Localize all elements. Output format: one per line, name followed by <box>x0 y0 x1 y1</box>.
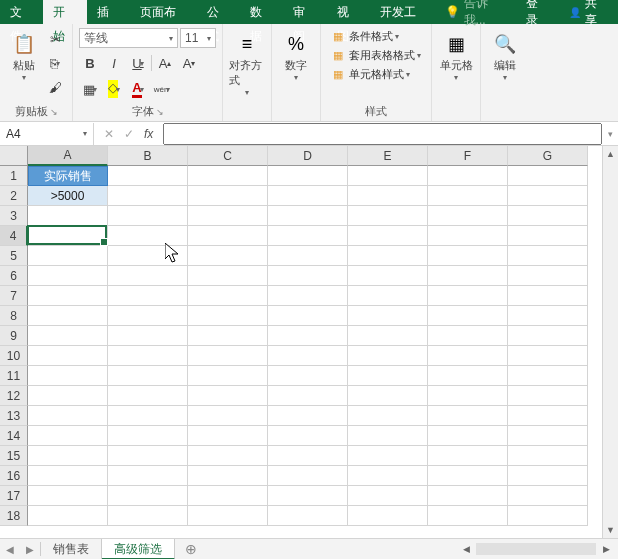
scroll-left-button[interactable]: ◀ <box>458 544 474 554</box>
grow-font-button[interactable]: A▴ <box>154 52 176 74</box>
cell-G4[interactable] <box>508 226 588 246</box>
cancel-formula-button[interactable]: ✕ <box>104 127 114 141</box>
phonetic-button[interactable]: wén▾ <box>151 78 173 100</box>
cell-E12[interactable] <box>348 386 428 406</box>
cut-button[interactable]: ✂ <box>44 28 66 50</box>
cell-A8[interactable] <box>28 306 108 326</box>
cell-A7[interactable] <box>28 286 108 306</box>
cell-C5[interactable] <box>188 246 268 266</box>
cell-E16[interactable] <box>348 466 428 486</box>
cell-D14[interactable] <box>268 426 348 446</box>
cell-F10[interactable] <box>428 346 508 366</box>
font-size-combo[interactable]: 11▾ <box>180 28 216 48</box>
tab-developer[interactable]: 开发工具 <box>370 0 437 24</box>
cell-C15[interactable] <box>188 446 268 466</box>
cell-F13[interactable] <box>428 406 508 426</box>
scroll-track[interactable] <box>603 162 618 522</box>
cell-E7[interactable] <box>348 286 428 306</box>
number-button[interactable]: % 数字 ▾ <box>278 28 314 82</box>
cell-F4[interactable] <box>428 226 508 246</box>
tab-formulas[interactable]: 公式 <box>197 0 240 24</box>
cell-G16[interactable] <box>508 466 588 486</box>
cell-A9[interactable] <box>28 326 108 346</box>
cell-D18[interactable] <box>268 506 348 526</box>
cell-G3[interactable] <box>508 206 588 226</box>
editing-button[interactable]: 🔍 编辑 ▾ <box>487 28 523 82</box>
cell-C9[interactable] <box>188 326 268 346</box>
scroll-right-button[interactable]: ▶ <box>598 544 614 554</box>
col-header-C[interactable]: C <box>188 146 268 166</box>
tab-insert[interactable]: 插入 <box>87 0 130 24</box>
cell-E18[interactable] <box>348 506 428 526</box>
cell-B8[interactable] <box>108 306 188 326</box>
cell-G6[interactable] <box>508 266 588 286</box>
tab-home[interactable]: 开始 <box>43 0 86 24</box>
name-box[interactable]: A4▾ <box>0 123 94 145</box>
cell-D9[interactable] <box>268 326 348 346</box>
cell-D6[interactable] <box>268 266 348 286</box>
cell-A18[interactable] <box>28 506 108 526</box>
font-color-button[interactable]: A▾ <box>127 78 149 100</box>
cell-G10[interactable] <box>508 346 588 366</box>
cell-styles-button[interactable]: ▦单元格样式 ▾ <box>327 66 425 83</box>
cell-F3[interactable] <box>428 206 508 226</box>
cell-E15[interactable] <box>348 446 428 466</box>
cell-F1[interactable] <box>428 166 508 186</box>
row-header-2[interactable]: 2 <box>0 186 28 206</box>
row-header-10[interactable]: 10 <box>0 346 28 366</box>
cell-G9[interactable] <box>508 326 588 346</box>
cell-A6[interactable] <box>28 266 108 286</box>
cell-A17[interactable] <box>28 486 108 506</box>
cell-G1[interactable] <box>508 166 588 186</box>
cell-B12[interactable] <box>108 386 188 406</box>
cell-E17[interactable] <box>348 486 428 506</box>
cell-E10[interactable] <box>348 346 428 366</box>
cell-D16[interactable] <box>268 466 348 486</box>
cell-E5[interactable] <box>348 246 428 266</box>
formula-bar[interactable] <box>163 123 602 145</box>
scroll-down-button[interactable]: ▼ <box>603 522 618 538</box>
scroll-up-button[interactable]: ▲ <box>603 146 618 162</box>
row-header-12[interactable]: 12 <box>0 386 28 406</box>
cell-F15[interactable] <box>428 446 508 466</box>
clipboard-launcher[interactable]: ↘ <box>50 107 58 117</box>
row-header-16[interactable]: 16 <box>0 466 28 486</box>
cell-B11[interactable] <box>108 366 188 386</box>
cell-G8[interactable] <box>508 306 588 326</box>
row-header-6[interactable]: 6 <box>0 266 28 286</box>
cell-A5[interactable] <box>28 246 108 266</box>
cell-F17[interactable] <box>428 486 508 506</box>
row-header-5[interactable]: 5 <box>0 246 28 266</box>
cell-A3[interactable] <box>28 206 108 226</box>
borders-button[interactable]: ▦▾ <box>79 78 101 100</box>
cell-D11[interactable] <box>268 366 348 386</box>
alignment-button[interactable]: ≡ 对齐方式 ▾ <box>229 28 265 97</box>
cell-A16[interactable] <box>28 466 108 486</box>
cell-C18[interactable] <box>188 506 268 526</box>
font-name-combo[interactable]: 等线▾ <box>79 28 178 48</box>
cell-A14[interactable] <box>28 426 108 446</box>
cell-G13[interactable] <box>508 406 588 426</box>
tab-file[interactable]: 文件 <box>0 0 43 24</box>
col-header-E[interactable]: E <box>348 146 428 166</box>
cell-D15[interactable] <box>268 446 348 466</box>
cell-B14[interactable] <box>108 426 188 446</box>
accept-formula-button[interactable]: ✓ <box>124 127 134 141</box>
cell-C1[interactable] <box>188 166 268 186</box>
cell-G5[interactable] <box>508 246 588 266</box>
cell-F11[interactable] <box>428 366 508 386</box>
underline-button[interactable]: U▾ <box>127 52 149 74</box>
cell-F2[interactable] <box>428 186 508 206</box>
cell-A10[interactable] <box>28 346 108 366</box>
cell-E13[interactable] <box>348 406 428 426</box>
tab-data[interactable]: 数据 <box>240 0 283 24</box>
col-header-B[interactable]: B <box>108 146 188 166</box>
col-header-F[interactable]: F <box>428 146 508 166</box>
col-header-G[interactable]: G <box>508 146 588 166</box>
row-header-15[interactable]: 15 <box>0 446 28 466</box>
vertical-scrollbar[interactable]: ▲ ▼ <box>602 146 618 538</box>
cell-D12[interactable] <box>268 386 348 406</box>
cell-B15[interactable] <box>108 446 188 466</box>
cell-C10[interactable] <box>188 346 268 366</box>
cell-C4[interactable] <box>188 226 268 246</box>
